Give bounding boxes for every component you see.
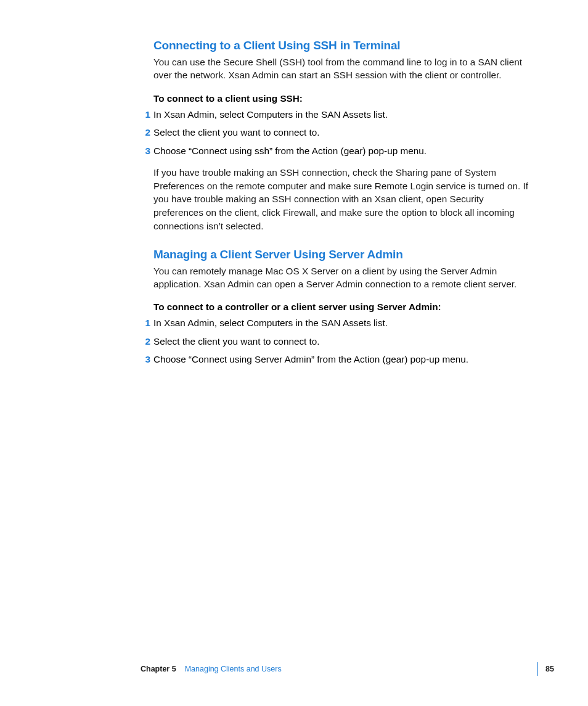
body-paragraph: If you have trouble making an SSH connec…: [153, 166, 533, 233]
step-text: Choose “Connect using Server Admin” from…: [153, 353, 533, 366]
chapter-label: Chapter 5: [141, 665, 176, 673]
step-text: Select the client you want to connect to…: [153, 126, 533, 139]
body-paragraph: You can remotely manage Mac OS X Server …: [153, 265, 533, 291]
footer-inner: Chapter 5 Managing Clients and Users 85: [141, 662, 554, 676]
step-number: 2: [139, 126, 150, 139]
step-number: 2: [139, 335, 150, 348]
step-item: 3 Choose “Connect using ssh” from the Ac…: [139, 144, 533, 157]
section-ssh: Connecting to a Client Using SSH in Term…: [153, 39, 533, 233]
step-text: Choose “Connect using ssh” from the Acti…: [153, 144, 533, 157]
step-item: 3 Choose “Connect using Server Admin” fr…: [139, 353, 533, 366]
page-divider: [537, 662, 538, 676]
step-number: 1: [139, 316, 150, 329]
step-list: 1 In Xsan Admin, select Computers in the…: [153, 108, 533, 157]
step-text: Select the client you want to connect to…: [153, 335, 533, 348]
procedure-lead: To connect to a client using SSH:: [153, 93, 533, 104]
step-number: 1: [139, 108, 150, 121]
page-content: Connecting to a Client Using SSH in Term…: [0, 0, 588, 366]
step-number: 3: [139, 353, 150, 366]
step-item: 1 In Xsan Admin, select Computers in the…: [139, 316, 533, 329]
footer-left: Chapter 5 Managing Clients and Users: [141, 665, 282, 673]
procedure-lead: To connect to a controller or a client s…: [153, 302, 533, 313]
section-heading: Connecting to a Client Using SSH in Term…: [153, 39, 533, 52]
step-item: 2 Select the client you want to connect …: [139, 126, 533, 139]
step-number: 3: [139, 144, 150, 157]
section-server-admin: Managing a Client Server Using Server Ad…: [153, 248, 533, 366]
chapter-title: Managing Clients and Users: [185, 665, 282, 673]
page-number: 85: [545, 665, 554, 673]
section-heading: Managing a Client Server Using Server Ad…: [153, 248, 533, 261]
step-list: 1 In Xsan Admin, select Computers in the…: [153, 316, 533, 366]
body-paragraph: You can use the Secure Shell (SSH) tool …: [153, 55, 533, 82]
step-text: In Xsan Admin, select Computers in the S…: [153, 316, 533, 329]
step-text: In Xsan Admin, select Computers in the S…: [153, 108, 533, 121]
footer-right: 85: [537, 662, 554, 676]
step-item: 2 Select the client you want to connect …: [139, 335, 533, 348]
step-item: 1 In Xsan Admin, select Computers in the…: [139, 108, 533, 121]
page-footer: Chapter 5 Managing Clients and Users 85: [0, 662, 588, 676]
